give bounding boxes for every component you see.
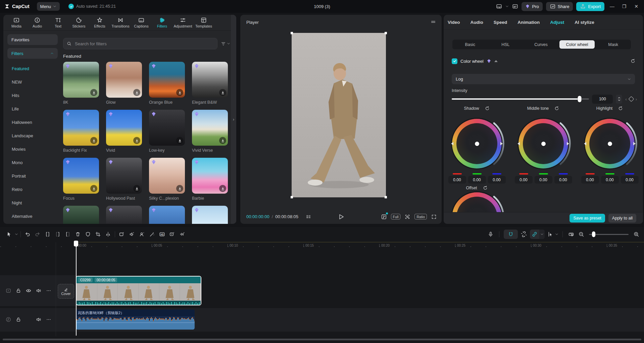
mask-icon[interactable] bbox=[83, 229, 93, 239]
track-preview-icon[interactable] bbox=[3, 287, 13, 294]
filter-card[interactable]: Vivid Verse bbox=[192, 110, 228, 153]
save-as-preset-button[interactable]: Save as preset bbox=[569, 214, 605, 223]
zoom-slider-thumb[interactable] bbox=[592, 232, 595, 237]
preview-snap-icon[interactable] bbox=[546, 229, 554, 239]
rgb-value[interactable]: 0.00 bbox=[554, 176, 572, 184]
play-button[interactable] bbox=[338, 213, 344, 220]
download-icon[interactable] bbox=[133, 185, 140, 192]
filter-card[interactable]: Backlight Fix bbox=[63, 110, 99, 153]
prev-keyframe-icon[interactable]: ‹ bbox=[625, 97, 627, 102]
sidebar-item-retro[interactable]: Retro bbox=[7, 183, 58, 196]
download-icon[interactable] bbox=[176, 137, 183, 144]
redo-icon[interactable] bbox=[33, 229, 43, 239]
sidebar-item-life[interactable]: Life bbox=[7, 102, 58, 115]
share-button[interactable]: Share bbox=[546, 2, 573, 11]
sidebar-item-mono[interactable]: Mono bbox=[7, 156, 58, 169]
restore-button[interactable]: ❐ bbox=[620, 4, 629, 9]
rgb-value[interactable]: 0.00 bbox=[621, 176, 639, 184]
sidebar-item-hits[interactable]: Hits bbox=[7, 89, 58, 102]
intensity-slider[interactable] bbox=[452, 98, 589, 100]
filter-card[interactable]: Vivid bbox=[106, 110, 142, 153]
subtab-hsl[interactable]: HSL bbox=[488, 40, 524, 49]
keyframe-icon[interactable] bbox=[628, 96, 634, 102]
download-icon[interactable] bbox=[90, 185, 97, 192]
intensity-stepper[interactable] bbox=[616, 95, 622, 104]
tab-ai-stylize[interactable]: AI stylize bbox=[575, 20, 594, 25]
filter-thumbnail[interactable] bbox=[106, 62, 142, 98]
cover-button[interactable]: Cover bbox=[58, 284, 74, 299]
tiktok-preview-icon[interactable] bbox=[381, 214, 387, 220]
timeline-zoom-slider[interactable] bbox=[589, 234, 629, 235]
collapse-icon[interactable] bbox=[494, 60, 498, 62]
volume-line[interactable] bbox=[76, 323, 195, 323]
wheel-left-arrow-icon[interactable] bbox=[517, 142, 520, 145]
tab-animation[interactable]: Animation bbox=[517, 20, 540, 25]
delete-right-icon[interactable] bbox=[63, 229, 73, 239]
download-icon[interactable] bbox=[176, 89, 183, 96]
filter-card[interactable] bbox=[149, 206, 185, 224]
color-wheel-control[interactable] bbox=[585, 119, 635, 168]
hd-quality-icon[interactable]: HD bbox=[157, 229, 167, 239]
filter-thumbnail[interactable] bbox=[63, 110, 99, 146]
wheel-center-dot[interactable] bbox=[541, 142, 546, 146]
rgb-value[interactable]: 0.00 bbox=[468, 176, 486, 184]
rgb-value[interactable]: 0.00 bbox=[488, 176, 506, 184]
resize-handle[interactable] bbox=[385, 196, 387, 198]
ribbon-tab-audio[interactable]: Audio bbox=[27, 17, 48, 28]
menu-button[interactable]: Menu bbox=[37, 2, 60, 11]
add-audio-icon[interactable] bbox=[127, 229, 137, 239]
sidebar-item-movies[interactable]: Movies bbox=[7, 142, 58, 156]
select-tool-icon[interactable] bbox=[4, 229, 14, 239]
mute-track-icon[interactable] bbox=[34, 287, 44, 294]
apply-to-all-button[interactable]: Apply to all bbox=[608, 214, 636, 223]
timeline-ruler[interactable]: 00:0000:0500:1000:1500:2000:2500:3000:35 bbox=[0, 242, 644, 249]
zoom-in-icon[interactable] bbox=[631, 229, 641, 239]
magnetic-snap-icon[interactable] bbox=[506, 229, 516, 239]
full-button[interactable]: Full bbox=[391, 214, 401, 219]
reset-wheel-icon[interactable] bbox=[618, 106, 623, 111]
color-wheel-control[interactable] bbox=[518, 119, 568, 168]
filter-thumbnail[interactable] bbox=[63, 158, 99, 194]
ratio-button[interactable]: Ratio bbox=[414, 214, 427, 219]
tab-video[interactable]: Video bbox=[448, 20, 460, 25]
filter-thumbnail[interactable] bbox=[106, 158, 142, 194]
delete-icon[interactable] bbox=[73, 229, 83, 239]
horizontal-scrollbar[interactable] bbox=[3, 339, 641, 340]
sidebar-filters-group[interactable]: Filters bbox=[7, 48, 58, 59]
filter-card[interactable] bbox=[106, 206, 142, 224]
sidebar-item-new[interactable]: NEW bbox=[7, 75, 58, 89]
filter-sort-button[interactable] bbox=[221, 41, 230, 46]
filter-thumbnail[interactable] bbox=[106, 110, 142, 146]
video-clip[interactable]: C0299 00:00:08:05 bbox=[76, 276, 201, 305]
preview-zoom-icon[interactable] bbox=[404, 214, 410, 220]
magic-wand-icon[interactable] bbox=[147, 229, 157, 239]
filter-thumbnail[interactable] bbox=[149, 110, 185, 146]
rgb-value[interactable]: 0.00 bbox=[515, 176, 533, 184]
audio-clip[interactable]: 宛洛的塞纳河畔（剪辑版2） bbox=[76, 309, 195, 330]
download-icon[interactable] bbox=[219, 137, 226, 144]
timeline-scale-icon[interactable] bbox=[566, 229, 576, 239]
download-icon[interactable] bbox=[133, 89, 140, 96]
rgb-value[interactable]: 0.00 bbox=[581, 176, 599, 184]
toggle-visibility-icon[interactable] bbox=[23, 287, 34, 294]
sidebar-item-featured[interactable]: Featured bbox=[7, 62, 58, 75]
download-icon[interactable] bbox=[176, 185, 183, 192]
filter-thumbnail[interactable] bbox=[149, 62, 185, 98]
pro-button[interactable]: Pro bbox=[522, 2, 542, 11]
unlink-icon[interactable] bbox=[519, 229, 529, 239]
resize-handle[interactable] bbox=[385, 32, 387, 34]
filter-card[interactable] bbox=[63, 206, 99, 224]
record-voiceover-icon[interactable] bbox=[486, 229, 496, 239]
reset-offset-icon[interactable] bbox=[483, 185, 488, 191]
filter-card[interactable] bbox=[192, 206, 228, 224]
reset-wheel-icon[interactable] bbox=[554, 106, 559, 111]
subtab-color-wheel[interactable]: Color wheel bbox=[559, 40, 595, 49]
snap-chevron-icon[interactable] bbox=[554, 229, 559, 239]
sidebar-item-portrait[interactable]: Portrait bbox=[7, 169, 58, 183]
filter-thumbnail[interactable] bbox=[106, 206, 142, 224]
link-icon[interactable] bbox=[530, 229, 539, 239]
slider-thumb[interactable] bbox=[578, 96, 581, 102]
select-tool-chevron-icon[interactable] bbox=[14, 229, 19, 239]
layout-toggle-icon[interactable] bbox=[496, 3, 502, 9]
filter-card[interactable]: 8K bbox=[63, 62, 99, 105]
